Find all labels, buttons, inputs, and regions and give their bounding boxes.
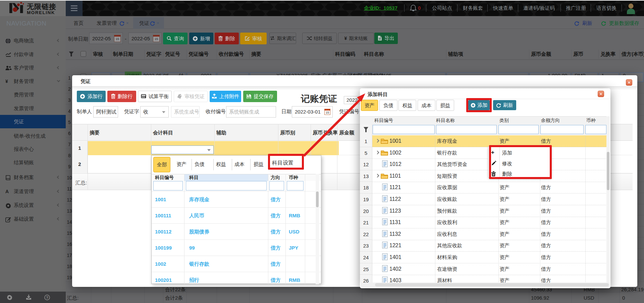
svg-text:MORELINK: MORELINK (27, 10, 55, 15)
svg-text:?: ? (46, 296, 48, 300)
svg-text:无限链接: 无限链接 (26, 3, 56, 10)
